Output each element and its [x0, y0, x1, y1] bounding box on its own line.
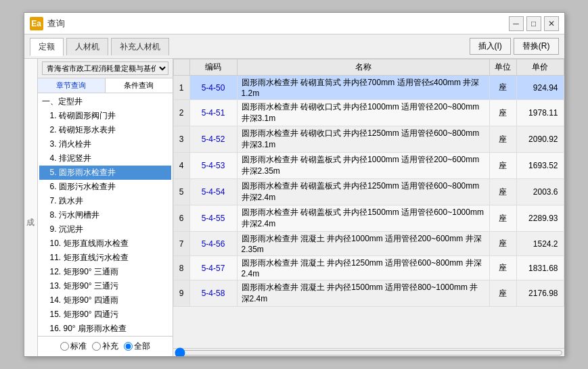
window-title: 查询	[47, 18, 509, 30]
cell-unit: 座	[489, 205, 516, 232]
col-price: 单价	[516, 59, 564, 76]
cell-price: 1693.52	[516, 153, 564, 179]
cell-unit: 座	[489, 100, 516, 126]
horizontal-scrollbar[interactable]	[173, 348, 564, 356]
tree-item[interactable]: 5. 圆形雨水检查井	[39, 166, 171, 180]
cell-price: 2090.92	[516, 126, 564, 153]
cell-num: 3	[173, 126, 189, 153]
cell-num: 1	[173, 76, 189, 100]
tree-item[interactable]: 3. 消火栓井	[39, 137, 171, 151]
cell-num: 6	[173, 205, 189, 232]
window-controls: ─ □ ✕	[509, 16, 559, 31]
table-container: 编码 名称 单位 单价 1 5-4-50 圆形雨水检查井 砖砌直筒式 井内径70…	[173, 59, 564, 348]
tab-dinge[interactable]: 定额	[30, 38, 64, 56]
cell-num: 7	[173, 232, 189, 256]
tree-item[interactable]: 13. 矩形90° 三通污	[39, 279, 171, 293]
data-table: 编码 名称 单位 单价 1 5-4-50 圆形雨水检查井 砖砌直筒式 井内径70…	[173, 59, 564, 307]
tree-item[interactable]: 15. 矩形90° 四通污	[39, 308, 171, 322]
cell-price: 2289.93	[516, 205, 564, 232]
cell-code: 5-4-52	[189, 126, 237, 153]
h-scrollbar-input[interactable]	[175, 350, 563, 355]
radio-standard[interactable]: 标准	[60, 341, 87, 352]
tree-view: 一、定型井1. 砖砌圆形阀门井2. 砖砌矩形水表井3. 消火栓井4. 排泥竖井5…	[38, 93, 173, 336]
tree-item[interactable]: 7. 跌水井	[39, 194, 171, 208]
toolbar-right: 插入(I) 替换(R)	[470, 38, 559, 55]
replace-button[interactable]: 替换(R)	[514, 38, 559, 55]
tree-item[interactable]: 8. 污水闸槽井	[39, 208, 171, 222]
tree-item[interactable]: 11. 矩形直线污水检查	[39, 251, 171, 265]
tree-item[interactable]: 1. 砖砌圆形阀门井	[39, 109, 171, 123]
cell-code: 5-4-56	[189, 232, 237, 256]
tree-item[interactable]: 9. 沉泥井	[39, 222, 171, 237]
radio-all[interactable]: 全部	[124, 341, 150, 352]
main-window: Ea 查询 ─ □ ✕ 定额 人材机 补充人材机 插入(I) 替换(R) 成 标…	[24, 12, 565, 357]
tab-condition[interactable]: 条件查询	[106, 78, 173, 93]
cell-unit: 座	[489, 153, 516, 179]
cell-price: 2003.6	[516, 179, 564, 205]
maximize-button[interactable]: □	[526, 16, 541, 31]
cell-unit: 座	[489, 179, 516, 205]
content-area: 成 标 准 名 称 青海省市政工程消耗量定额与基价(2 ▼ 章节查询 条件查询 …	[24, 59, 564, 356]
left-panel: 青海省市政工程消耗量定额与基价(2 ▼ 章节查询 条件查询 一、定型井1. 砖砌…	[38, 59, 173, 356]
cell-unit: 座	[489, 280, 516, 307]
radio-supplement[interactable]: 补充	[92, 341, 118, 352]
table-row[interactable]: 7 5-4-56 圆形雨水检查井 混凝土 井内径1000mm 适用管径200~6…	[173, 232, 564, 256]
cell-name: 圆形雨水检查井 砖砌直筒式 井内径700mm 适用管径≤400mm 井深1.2m	[237, 76, 489, 100]
cell-code: 5-4-55	[189, 205, 237, 232]
cell-name: 圆形雨水检查井 砖砌收口式 井内径1000mm 适用管径200~800mm 井深…	[237, 100, 489, 126]
title-bar: Ea 查询 ─ □ ✕	[24, 13, 564, 34]
tree-item[interactable]: 14. 矩形90° 四通雨	[39, 293, 171, 308]
cell-unit: 座	[489, 256, 516, 280]
cell-num: 8	[173, 256, 189, 280]
table-row[interactable]: 8 5-4-57 圆形雨水检查井 混凝土 井内径1250mm 适用管径600~8…	[173, 256, 564, 280]
table-row[interactable]: 1 5-4-50 圆形雨水检查井 砖砌直筒式 井内径700mm 适用管径≤400…	[173, 76, 564, 100]
cell-unit: 座	[489, 126, 516, 153]
table-row[interactable]: 9 5-4-58 圆形雨水检查井 混凝土 井内径1500mm 适用管径800~1…	[173, 280, 564, 307]
cell-name: 圆形雨水检查井 砖砌盖板式 井内径1000mm 适用管径200~600mm 井深…	[237, 153, 489, 179]
cell-price: 1831.68	[516, 256, 564, 280]
main-panel: 编码 名称 单位 单价 1 5-4-50 圆形雨水检查井 砖砌直筒式 井内径70…	[173, 59, 564, 356]
tree-item[interactable]: 16. 90° 扇形雨水检查	[39, 322, 171, 336]
col-name: 名称	[237, 59, 489, 76]
tree-item[interactable]: 2. 砖砌矩形水表井	[39, 123, 171, 137]
tree-item[interactable]: 4. 排泥竖井	[39, 151, 171, 166]
side-labels: 成 标 准 名 称	[24, 59, 38, 356]
cell-name: 圆形雨水检查井 混凝土 井内径1500mm 适用管径800~1000mm 井深2…	[237, 280, 489, 307]
cell-code: 5-4-57	[189, 256, 237, 280]
cell-name: 圆形雨水检查井 砖砌盖板式 井内径1500mm 适用管径600~1000mm 井…	[237, 205, 489, 232]
table-row[interactable]: 2 5-4-51 圆形雨水检查井 砖砌收口式 井内径1000mm 适用管径200…	[173, 100, 564, 126]
tab-renji[interactable]: 人材机	[66, 38, 108, 55]
app-icon: Ea	[30, 17, 43, 30]
cell-num: 4	[173, 153, 189, 179]
insert-button[interactable]: 插入(I)	[470, 38, 511, 55]
dropdown-header: 青海省市政工程消耗量定额与基价(2 ▼	[38, 59, 173, 78]
table-row[interactable]: 3 5-4-52 圆形雨水检查井 砖砌收口式 井内径1250mm 适用管径600…	[173, 126, 564, 153]
tab-buchong[interactable]: 补充人材机	[111, 38, 169, 55]
tree-item[interactable]: 12. 矩形90° 三通雨	[39, 265, 171, 279]
minimize-button[interactable]: ─	[509, 16, 524, 31]
table-body: 1 5-4-50 圆形雨水检查井 砖砌直筒式 井内径700mm 适用管径≤400…	[173, 76, 564, 307]
cell-num: 9	[173, 280, 189, 307]
cell-price: 924.94	[516, 76, 564, 100]
col-unit: 单位	[489, 59, 516, 76]
cell-price: 2176.98	[516, 280, 564, 307]
cell-name: 圆形雨水检查井 混凝土 井内径1000mm 适用管径200~600mm 井深2.…	[237, 232, 489, 256]
cell-code: 5-4-51	[189, 100, 237, 126]
cell-unit: 座	[489, 76, 516, 100]
close-button[interactable]: ✕	[544, 16, 559, 31]
tree-item[interactable]: 一、定型井	[39, 95, 171, 109]
cell-unit: 座	[489, 232, 516, 256]
table-row[interactable]: 6 5-4-55 圆形雨水检查井 砖砌盖板式 井内径1500mm 适用管径600…	[173, 205, 564, 232]
cell-name: 圆形雨水检查井 砖砌收口式 井内径1250mm 适用管径600~800mm 井深…	[237, 126, 489, 153]
table-row[interactable]: 5 5-4-54 圆形雨水检查井 砖砌盖板式 井内径1250mm 适用管径600…	[173, 179, 564, 205]
toolbar: 定额 人材机 补充人材机 插入(I) 替换(R)	[24, 34, 564, 59]
cell-price: 1524.2	[516, 232, 564, 256]
tree-item[interactable]: 6. 圆形污水检查井	[39, 180, 171, 194]
cell-code: 5-4-54	[189, 179, 237, 205]
tree-item[interactable]: 10. 矩形直线雨水检查	[39, 237, 171, 251]
category-select[interactable]: 青海省市政工程消耗量定额与基价(2 ▼	[42, 62, 168, 75]
table-row[interactable]: 4 5-4-53 圆形雨水检查井 砖砌盖板式 井内径1000mm 适用管径200…	[173, 153, 564, 179]
table-header-row: 编码 名称 单位 单价	[173, 59, 564, 76]
left-tabs: 章节查询 条件查询	[38, 78, 173, 93]
tab-chapter[interactable]: 章节查询	[38, 78, 106, 93]
